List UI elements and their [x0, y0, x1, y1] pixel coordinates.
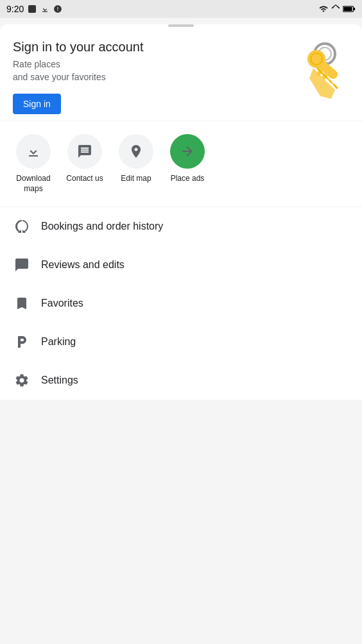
place-ads-label: Place ads	[171, 174, 205, 184]
action-contact-us[interactable]: Contact us	[62, 134, 108, 194]
gear-icon	[14, 373, 30, 388]
key-illustration	[285, 40, 349, 104]
notification-icon	[53, 4, 62, 13]
settings-label: Settings	[41, 375, 78, 386]
menu-item-reviews[interactable]: Reviews and edits	[0, 246, 362, 284]
chat-bubble-icon	[14, 257, 30, 273]
status-time: 9:20	[6, 4, 24, 14]
download-icon	[26, 144, 41, 159]
svg-rect-2	[354, 8, 356, 10]
download-maps-icon-circle	[16, 134, 51, 169]
bookmark-icon	[14, 296, 30, 311]
pin-icon	[128, 144, 144, 159]
quick-actions: Download maps Contact us Edit map	[0, 121, 362, 207]
favorites-label: Favorites	[41, 298, 83, 309]
reviews-icon	[13, 256, 31, 274]
status-bar: 9:20	[0, 0, 362, 18]
menu-item-parking[interactable]: Parking	[0, 323, 362, 361]
status-left: 9:20	[6, 4, 62, 14]
parking-p-icon	[14, 334, 30, 350]
signal-icon	[331, 4, 340, 13]
arrow-icon	[180, 144, 195, 159]
sign-in-button[interactable]: Sign in	[13, 94, 61, 114]
settings-icon	[13, 371, 31, 389]
parking-label: Parking	[41, 336, 76, 348]
main-panel: Sign in to your account Rate places and …	[0, 24, 362, 400]
svg-rect-3	[343, 7, 352, 11]
key-svg	[285, 40, 349, 110]
parking-icon	[13, 333, 31, 351]
clock-bag-icon	[14, 219, 30, 234]
reviews-label: Reviews and edits	[41, 259, 125, 271]
place-ads-icon-circle	[170, 134, 205, 169]
status-right	[318, 4, 356, 13]
download-maps-label: Download maps	[10, 174, 56, 194]
contact-us-label: Contact us	[66, 174, 103, 184]
download-status-icon	[40, 4, 49, 13]
header-section: Sign in to your account Rate places and …	[0, 27, 362, 121]
edit-map-label: Edit map	[121, 174, 151, 184]
edit-map-icon-circle	[119, 134, 153, 169]
action-download-maps[interactable]: Download maps	[10, 134, 56, 194]
menu-item-settings[interactable]: Settings	[0, 361, 362, 400]
battery-icon	[343, 5, 356, 13]
chat-icon	[77, 144, 92, 159]
header-text: Sign in to your account Rate places and …	[13, 40, 285, 114]
menu-list: Bookings and order history Reviews and e…	[0, 207, 362, 400]
header-title: Sign in to your account	[13, 40, 285, 55]
contact-us-icon-circle	[67, 134, 102, 169]
action-edit-map[interactable]: Edit map	[113, 134, 159, 194]
menu-item-favorites[interactable]: Favorites	[0, 284, 362, 323]
bookings-icon	[13, 217, 31, 235]
bookings-label: Bookings and order history	[41, 221, 163, 232]
header-subtitle: Rate places and save your favorites	[13, 58, 285, 83]
favorites-icon	[13, 294, 31, 312]
action-place-ads[interactable]: Place ads	[164, 134, 211, 194]
menu-item-bookings[interactable]: Bookings and order history	[0, 207, 362, 246]
svg-rect-0	[28, 5, 36, 13]
wifi-icon	[318, 4, 329, 13]
square-icon	[28, 4, 37, 13]
